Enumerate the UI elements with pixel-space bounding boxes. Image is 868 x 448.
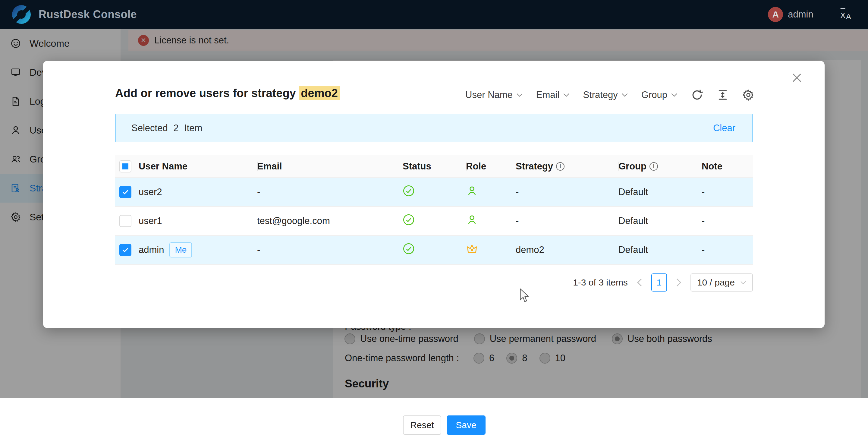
page-number-button[interactable]: 1 [651, 273, 667, 292]
page-size-select[interactable]: 10 / page [690, 273, 753, 292]
row-checkbox[interactable] [119, 186, 131, 198]
chevron-down-icon [563, 93, 569, 97]
rustdesk-logo-icon [12, 5, 31, 24]
me-badge: Me [169, 242, 192, 258]
cell-note: - [702, 187, 753, 198]
cell-email: - [257, 187, 403, 198]
cell-note: - [702, 244, 753, 256]
status-enabled-icon [403, 214, 415, 226]
chevron-down-icon [671, 93, 678, 97]
page-size-value: 10 / page [697, 277, 735, 288]
filter-label: User Name [465, 90, 513, 100]
column-header-user-name[interactable]: User Name [138, 155, 257, 178]
column-header-strategy[interactable]: Strategyi [516, 155, 618, 178]
translate-icon-a: A [846, 12, 851, 21]
column-label: Group [618, 161, 647, 172]
status-enabled-icon [403, 243, 415, 255]
filter-label: Strategy [583, 90, 618, 100]
dialog-title-text: Add or remove users for strategy [115, 87, 299, 99]
filter-label: Group [641, 90, 667, 100]
cell-strategy: demo2 [516, 244, 618, 256]
cell-email: - [257, 244, 403, 256]
filter-email[interactable]: Email [536, 90, 570, 100]
row-checkbox[interactable] [119, 244, 131, 256]
filter-toolbar: User Name Email Strategy Group [465, 89, 755, 101]
table-row[interactable]: user2 - - Default - [115, 178, 753, 207]
cell-group: Default [618, 215, 702, 227]
pagination: 1-3 of 3 items 1 10 / page [573, 273, 753, 292]
users-table: User Name Email Status Role Strategyi Gr… [115, 155, 753, 265]
cell-email: test@google.com [257, 215, 403, 227]
app-title: RustDesk Console [38, 8, 137, 21]
translate-icon-x: x [841, 9, 845, 20]
cell-note: - [702, 215, 753, 227]
column-header-role[interactable]: Role [466, 155, 516, 178]
clear-selection-link[interactable]: Clear [713, 123, 735, 133]
check-icon [121, 188, 129, 196]
table-row[interactable]: user1 test@google.com - Default - [115, 207, 753, 236]
user-name-label[interactable]: admin [788, 9, 813, 20]
selection-banner: Selected 2 Item Clear [115, 114, 753, 142]
column-header-note[interactable]: Note [702, 155, 753, 178]
column-header-group[interactable]: Groupi [618, 155, 702, 178]
row-height-icon[interactable] [717, 89, 729, 101]
avatar[interactable]: A [768, 7, 783, 22]
chevron-down-icon [740, 281, 746, 285]
row-checkbox[interactable] [119, 215, 131, 227]
check-icon [121, 246, 129, 254]
admin-crown-icon [466, 243, 478, 255]
cell-strategy: - [516, 187, 618, 198]
pagination-summary: 1-3 of 3 items [573, 277, 628, 288]
cell-group: Default [618, 187, 702, 198]
save-button[interactable]: Save [447, 415, 486, 435]
translate-icon[interactable]: xA [841, 9, 851, 20]
column-label: Role [466, 161, 486, 172]
chevron-down-icon [516, 93, 523, 97]
filter-user-name[interactable]: User Name [465, 90, 523, 100]
select-all-checkbox[interactable] [119, 160, 131, 173]
settings-icon[interactable] [742, 89, 755, 101]
user-role-icon [466, 185, 478, 197]
table-header-row: User Name Email Status Role Strategyi Gr… [115, 155, 753, 178]
status-enabled-icon [403, 185, 415, 197]
previous-page-icon[interactable] [636, 278, 643, 287]
filter-group[interactable]: Group [641, 90, 678, 100]
selection-count-text: Selected 2 Item [131, 123, 202, 133]
refresh-icon[interactable] [691, 89, 704, 101]
column-header-status[interactable]: Status [403, 155, 466, 178]
column-label: Strategy [516, 161, 553, 172]
cell-group: Default [618, 244, 702, 256]
column-label: Email [257, 161, 282, 172]
column-header-email[interactable]: Email [257, 155, 403, 178]
top-bar: RustDesk Console A admin xA [0, 0, 868, 29]
column-label: User Name [138, 161, 187, 172]
cell-strategy: - [516, 215, 618, 227]
dialog-title: Add or remove users for strategy demo2 [115, 87, 340, 100]
info-icon[interactable]: i [650, 162, 658, 171]
cell-user-name: user1 [138, 215, 162, 227]
add-remove-users-dialog: Add or remove users for strategy demo2 U… [43, 61, 825, 328]
user-role-icon [466, 214, 478, 226]
next-page-icon[interactable] [675, 278, 682, 287]
chevron-down-icon [621, 93, 628, 97]
column-label: Note [702, 161, 722, 172]
column-label: Status [403, 161, 431, 172]
cell-user-name: admin [138, 244, 164, 256]
table-row[interactable]: adminMe - demo2 Default - [115, 236, 753, 265]
close-icon[interactable] [791, 72, 803, 84]
filter-strategy[interactable]: Strategy [583, 90, 628, 100]
filter-label: Email [536, 90, 560, 100]
mouse-cursor [519, 288, 530, 303]
cell-user-name: user2 [138, 187, 162, 198]
strategy-name-highlight: demo2 [299, 86, 339, 100]
info-icon[interactable]: i [556, 162, 564, 171]
reset-button[interactable]: Reset [403, 415, 441, 435]
